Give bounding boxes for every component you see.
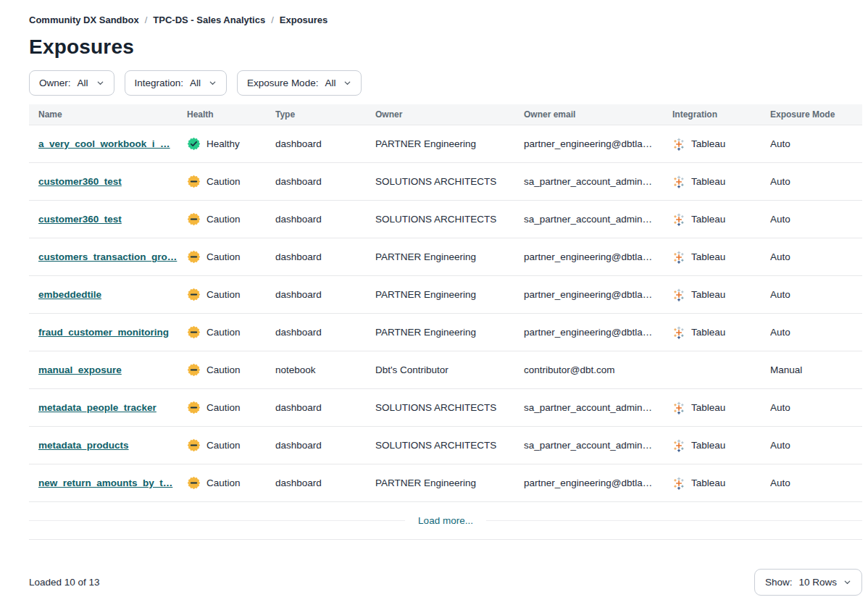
exposure-mode-filter-value: All	[325, 78, 335, 88]
table-row: metadata_products Caution dashboard SOLU…	[29, 427, 862, 464]
owner-cell: PARTNER Engineering	[375, 251, 524, 262]
chevron-down-icon	[209, 79, 217, 87]
type-cell: notebook	[275, 364, 375, 375]
column-header-owner: Owner	[375, 109, 524, 120]
owner-cell: SOLUTIONS ARCHITECTS	[375, 402, 524, 413]
owner-email-cell: sa_partner_account_admin…	[524, 176, 672, 187]
owner-email-cell: partner_engineering@dbtla…	[524, 251, 672, 262]
load-more-link[interactable]: Load more...	[418, 515, 473, 526]
tableau-icon	[672, 138, 685, 151]
exposure-name-link[interactable]: metadata_people_tracker	[38, 402, 157, 413]
exposure-name-link[interactable]: embeddedtile	[38, 289, 101, 300]
type-cell: dashboard	[275, 138, 375, 149]
health-badge	[187, 438, 201, 452]
health-badge	[187, 325, 201, 339]
show-rows-value: 10 Rows	[798, 577, 837, 588]
exposure-mode-cell: Auto	[770, 440, 862, 451]
health-label: Caution	[206, 289, 241, 300]
health-label: Caution	[206, 251, 241, 262]
integration-label: Tableau	[691, 138, 725, 149]
chevron-down-icon	[343, 79, 351, 87]
owner-email-cell: sa_partner_account_admin…	[524, 214, 672, 225]
health-badge	[187, 212, 201, 226]
owner-filter-label: Owner:	[39, 78, 71, 88]
divider	[486, 520, 862, 521]
integration-label: Tableau	[691, 289, 725, 300]
owner-email-cell: sa_partner_account_admin…	[524, 402, 672, 413]
type-cell: dashboard	[275, 214, 375, 225]
health-label: Caution	[206, 402, 241, 413]
show-rows-dropdown[interactable]: Show: 10 Rows	[754, 569, 862, 596]
exposure-name-link[interactable]: customer360_test	[38, 176, 122, 187]
health-label: Caution	[206, 440, 241, 451]
integration-label: Tableau	[691, 478, 725, 488]
exposure-name-link[interactable]: manual_exposure	[38, 364, 122, 375]
type-cell: dashboard	[275, 478, 375, 488]
health-label: Caution	[206, 364, 241, 375]
integration-label: Tableau	[691, 251, 725, 262]
health-badge	[187, 363, 201, 377]
type-cell: dashboard	[275, 402, 375, 413]
tableau-icon	[672, 288, 685, 301]
breadcrumb-project[interactable]: Community DX Sandbox	[29, 14, 139, 25]
breadcrumb-environment[interactable]: TPC-DS - Sales Analytics	[153, 14, 265, 25]
owner-filter-dropdown[interactable]: Owner: All	[29, 70, 114, 96]
tableau-icon	[672, 439, 685, 452]
health-badge	[187, 288, 201, 301]
exposure-mode-cell: Manual	[770, 364, 862, 375]
tableau-icon	[672, 401, 685, 414]
health-badge	[187, 175, 201, 188]
column-header-owner-email: Owner email	[524, 109, 672, 120]
tableau-icon	[672, 477, 685, 490]
owner-cell: SOLUTIONS ARCHITECTS	[375, 440, 524, 451]
integration-filter-label: Integration:	[135, 78, 184, 88]
type-cell: dashboard	[275, 440, 375, 451]
divider	[29, 520, 405, 521]
chevron-down-icon	[96, 79, 104, 87]
exposure-name-link[interactable]: a_very_cool_workbook_i_…	[38, 138, 170, 149]
owner-email-cell: contributor@dbt.com	[524, 364, 672, 375]
exposure-name-link[interactable]: customer360_test	[38, 214, 122, 225]
table-row: a_very_cool_workbook_i_… Healthy dashboa…	[29, 125, 862, 163]
tableau-icon	[672, 175, 685, 188]
health-badge	[187, 137, 201, 151]
exposure-name-link[interactable]: new_return_amounts_by_t…	[38, 478, 172, 488]
integration-label: Tableau	[691, 327, 725, 338]
tableau-icon	[672, 251, 685, 264]
breadcrumb-separator: /	[145, 14, 148, 25]
table-row: new_return_amounts_by_t… Caution dashboa…	[29, 464, 862, 502]
exposure-mode-cell: Auto	[770, 327, 862, 338]
exposure-mode-cell: Auto	[770, 478, 862, 488]
exposure-name-link[interactable]: metadata_products	[38, 440, 129, 451]
breadcrumb-current: Exposures	[280, 14, 327, 25]
column-header-name: Name	[38, 109, 187, 120]
integration-label: Tableau	[691, 176, 725, 187]
owner-email-cell: sa_partner_account_admin…	[524, 440, 672, 451]
owner-cell: Dbt's Contributor	[375, 364, 524, 375]
tableau-icon	[672, 326, 685, 339]
exposures-page: Community DX Sandbox / TPC-DS - Sales An…	[0, 0, 868, 596]
exposure-name-link[interactable]: fraud_customer_monitoring	[38, 327, 169, 338]
health-label: Caution	[206, 327, 241, 338]
owner-email-cell: partner_engineering@dbtla…	[524, 478, 672, 488]
type-cell: dashboard	[275, 251, 375, 262]
exposure-mode-cell: Auto	[770, 214, 862, 225]
integration-filter-dropdown[interactable]: Integration: All	[125, 70, 228, 96]
exposure-mode-filter-dropdown[interactable]: Exposure Mode: All	[237, 70, 362, 96]
health-label: Caution	[206, 176, 241, 187]
exposure-mode-cell: Auto	[770, 138, 862, 149]
owner-cell: PARTNER Engineering	[375, 478, 524, 488]
table-body: a_very_cool_workbook_i_… Healthy dashboa…	[29, 125, 862, 502]
health-label: Healthy	[206, 138, 240, 149]
owner-cell: PARTNER Engineering	[375, 138, 524, 149]
table-header-row: Name Health Type Owner Owner email Integ…	[29, 104, 862, 125]
health-label: Caution	[206, 214, 241, 225]
integration-filter-value: All	[190, 78, 201, 88]
exposures-table: Name Health Type Owner Owner email Integ…	[29, 104, 862, 502]
breadcrumb: Community DX Sandbox / TPC-DS - Sales An…	[29, 14, 862, 25]
owner-email-cell: partner_engineering@dbtla…	[524, 327, 672, 338]
exposure-name-link[interactable]: customers_transaction_gro…	[38, 251, 177, 262]
exposure-mode-cell: Auto	[770, 289, 862, 300]
exposure-mode-filter-label: Exposure Mode:	[247, 78, 318, 88]
owner-cell: PARTNER Engineering	[375, 289, 524, 300]
